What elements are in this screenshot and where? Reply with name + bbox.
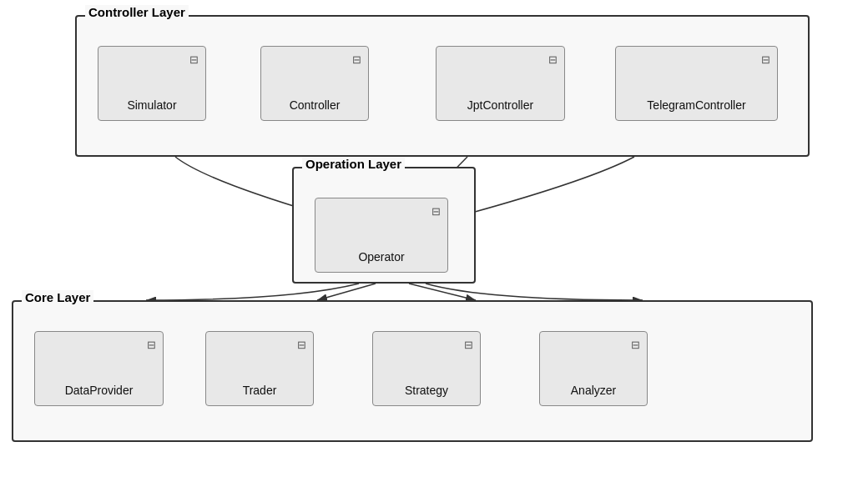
diagram-container: Controller Layer ⊟ Simulator ⊟ Controlle… (0, 0, 868, 477)
simulator-label: Simulator (127, 98, 176, 112)
component-operator[interactable]: ⊟ Operator (315, 198, 448, 273)
operator-icon: ⊟ (431, 205, 441, 218)
component-simulator[interactable]: ⊟ Simulator (98, 46, 206, 121)
operation-layer-label: Operation Layer (302, 157, 405, 171)
controller-layer: Controller Layer ⊟ Simulator ⊟ Controlle… (75, 15, 810, 157)
analyzer-icon: ⊟ (631, 339, 640, 351)
dataprovider-icon: ⊟ (147, 339, 156, 351)
component-telegramcontroller[interactable]: ⊟ TelegramController (615, 46, 778, 121)
simulator-icon: ⊟ (189, 53, 199, 66)
core-layer: Core Layer ⊟ DataProvider ⊟ Trader ⊟ Str… (12, 300, 813, 442)
component-strategy[interactable]: ⊟ Strategy (372, 331, 481, 406)
jptcontroller-label: JptController (467, 98, 533, 112)
operator-label: Operator (358, 250, 404, 264)
trader-label: Trader (243, 384, 277, 397)
component-analyzer[interactable]: ⊟ Analyzer (539, 331, 648, 406)
component-controller[interactable]: ⊟ Controller (260, 46, 369, 121)
controller-icon: ⊟ (352, 53, 361, 66)
component-dataprovider[interactable]: ⊟ DataProvider (34, 331, 164, 406)
component-trader[interactable]: ⊟ Trader (205, 331, 314, 406)
component-jptcontroller[interactable]: ⊟ JptController (436, 46, 565, 121)
strategy-label: Strategy (405, 384, 448, 397)
dataprovider-label: DataProvider (65, 384, 134, 397)
core-layer-label: Core Layer (22, 290, 93, 304)
controller-label: Controller (290, 98, 341, 112)
telegramcontroller-icon: ⊟ (761, 53, 770, 66)
jptcontroller-icon: ⊟ (548, 53, 558, 66)
trader-icon: ⊟ (297, 339, 306, 351)
operation-layer: Operation Layer ⊟ Operator (292, 167, 476, 284)
controller-layer-label: Controller Layer (85, 5, 189, 19)
telegramcontroller-label: TelegramController (647, 98, 745, 112)
strategy-icon: ⊟ (464, 339, 473, 351)
analyzer-label: Analyzer (571, 384, 616, 397)
